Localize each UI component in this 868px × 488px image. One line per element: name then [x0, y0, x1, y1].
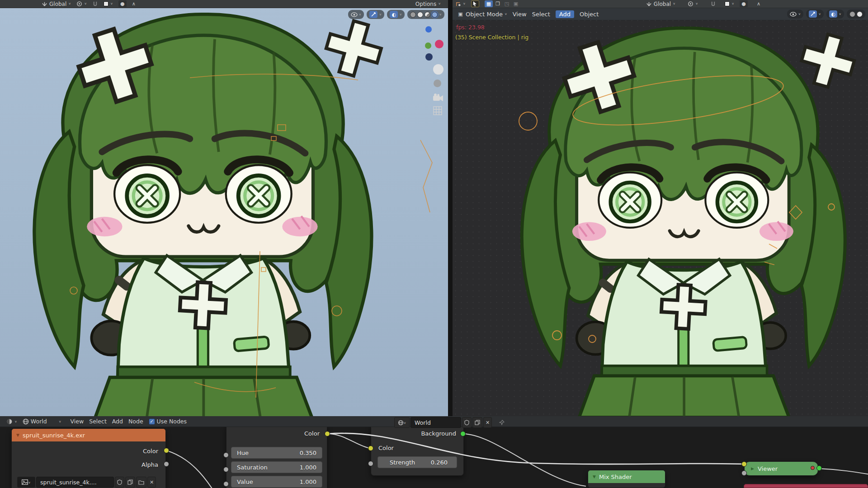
editor-type-dropdown[interactable]: ∨	[453, 0, 468, 8]
object-visibility-dropdown[interactable]: ∨	[787, 9, 803, 19]
viewer-alpha-input-socket[interactable]	[741, 470, 747, 476]
snap-with-dropdown[interactable]: ∨	[101, 0, 116, 8]
viewport-left[interactable]: Global ∨ ∨ ∨ ● ∧	[0, 0, 448, 416]
toolbar-icon-1[interactable]: ▦	[485, 0, 493, 7]
shading-wireframe-icon[interactable]	[410, 12, 416, 18]
snap-with-dropdown[interactable]: ∨	[722, 0, 737, 8]
proportional-editing-toggle[interactable]: ●	[116, 0, 129, 8]
proportional-falloff-dropdown[interactable]: ∧	[129, 0, 138, 8]
nav-gizmo-axis-neg[interactable]	[425, 53, 433, 61]
menu-view[interactable]: View	[510, 8, 529, 20]
unlink-datablock-button[interactable]: ✕	[483, 417, 492, 428]
use-nodes-toggle[interactable]: ✓ Use Nodes	[146, 416, 189, 427]
menu-add[interactable]: Add	[109, 416, 126, 427]
shading-material-icon[interactable]	[425, 12, 430, 18]
new-datablock-button[interactable]	[472, 417, 482, 428]
shader-editor-icon	[6, 418, 13, 425]
hsv-input-socket[interactable]	[223, 452, 229, 458]
close-icon: ✕	[486, 420, 490, 426]
gizmos-dropdown[interactable]: ∨	[367, 10, 384, 19]
menu-object[interactable]: Object	[577, 8, 601, 20]
viewer-image-input-socket[interactable]	[741, 461, 747, 467]
zoom-tool-icon[interactable]	[434, 80, 441, 87]
viewport-right[interactable]: ∨ ▦ ❐ ◳ ▣ Global ∨	[453, 0, 868, 416]
menu-add[interactable]: Add	[553, 8, 577, 20]
viewport-divider[interactable]	[448, 0, 453, 416]
overlays-dropdown[interactable]: ◐ ∨	[826, 9, 844, 19]
chevron-down-icon: ∨	[379, 13, 382, 16]
nav-gizmo-axis-x[interactable]	[435, 40, 443, 48]
menu-select[interactable]: Select	[86, 416, 109, 427]
image-color-output-socket[interactable]	[164, 448, 169, 453]
pivot-point-dropdown[interactable]: ∨	[685, 0, 701, 8]
shading-mode-group[interactable]	[847, 9, 865, 19]
hsv-input-socket[interactable]	[223, 467, 229, 472]
menu-select[interactable]: Select	[529, 8, 553, 20]
shading-solid-icon[interactable]	[417, 12, 423, 18]
transform-orientation-dropdown[interactable]: Global ∨	[643, 0, 678, 8]
background-color-input-socket[interactable]	[368, 446, 373, 451]
editor-type-dropdown[interactable]: ∨	[4, 416, 20, 427]
pivot-point-dropdown[interactable]: ∨	[74, 0, 90, 8]
viewer-error-dot	[811, 466, 815, 470]
visibility-eye-icon	[351, 12, 358, 17]
shader-node-editor[interactable]: ∨ World ∨ View Select Add Node ✓ Use Nod…	[0, 416, 868, 488]
mode-dropdown[interactable]: ▣ Object Mode ∨	[454, 8, 510, 20]
menu-label: Add	[112, 418, 123, 425]
overlays-dropdown[interactable]: ◐ ∨	[387, 10, 405, 19]
snap-toggle-button[interactable]	[90, 0, 101, 8]
background-output-socket[interactable]	[460, 431, 466, 436]
fake-user-button[interactable]	[462, 417, 472, 428]
menu-label: View	[513, 11, 527, 18]
camera-view-icon[interactable]	[432, 93, 444, 102]
world-datablock-selector: ∨ World ✕	[394, 417, 506, 428]
object-visibility-dropdown[interactable]: ∨	[348, 10, 364, 19]
menu-label: Select	[89, 418, 107, 425]
overlays-icon: ◐	[390, 11, 398, 18]
toolbar-icon-4[interactable]: ▣	[512, 0, 520, 7]
snap-toggle-button[interactable]	[708, 0, 719, 8]
nav-gizmo-axis-z[interactable]	[425, 26, 432, 33]
active-tool-button[interactable]	[468, 0, 482, 8]
proportional-editing-icon: ●	[118, 0, 127, 7]
menu-node[interactable]: Node	[126, 416, 146, 427]
snap-target-swatch	[104, 1, 108, 6]
proportional-editing-icon: ●	[740, 0, 748, 7]
world-datablock-dropdown[interactable]: ∨	[394, 417, 410, 428]
viewport-left-overlay-controls: ∨ ∨ ◐ ∨ ∨	[348, 10, 444, 19]
node-canvas[interactable]: ▼ spruit_sunrise_4k.exr Color Alpha ∨ sp…	[0, 427, 868, 488]
nav-gizmo-axis-y[interactable]	[425, 42, 431, 49]
shading-solid-icon[interactable]	[857, 11, 863, 17]
hsv-color-output-socket[interactable]	[325, 431, 330, 436]
shader-type-label: World	[31, 418, 47, 425]
shader-type-dropdown[interactable]: World ∨	[20, 416, 64, 427]
pivot-point-icon	[688, 1, 693, 7]
shading-wireframe-icon[interactable]	[849, 11, 855, 17]
object-mode-icon: ▣	[457, 11, 464, 18]
proportional-falloff-dropdown[interactable]: ∧	[754, 0, 763, 8]
transform-orientation-dropdown[interactable]: Global ∨	[39, 0, 74, 8]
toolbar-icon-2[interactable]: ❐	[494, 0, 502, 7]
image-alpha-output-socket[interactable]	[164, 461, 169, 467]
character-render-right	[506, 12, 858, 416]
menu-view[interactable]: View	[68, 416, 87, 427]
pin-button[interactable]	[497, 417, 506, 428]
hsv-input-socket[interactable]	[223, 481, 229, 487]
pivot-point-icon	[76, 1, 82, 7]
composite-node-partial[interactable]	[744, 484, 868, 488]
background-strength-input-socket[interactable]	[368, 461, 373, 466]
toolbar-icon-3[interactable]: ◳	[503, 0, 511, 7]
viewer-output-socket[interactable]	[816, 465, 822, 471]
options-dropdown[interactable]: Options ∨	[413, 0, 443, 8]
proportional-editing-toggle[interactable]: ●	[737, 0, 750, 8]
shield-icon	[464, 420, 469, 425]
fps-overlay-text: fps: 23.98	[456, 24, 485, 31]
shading-rendered-icon[interactable]	[432, 12, 438, 18]
nav-gizmo-center[interactable]	[433, 64, 443, 75]
world-name-field[interactable]: World	[410, 417, 461, 428]
gizmos-dropdown[interactable]: ∨	[806, 9, 824, 19]
shading-mode-group[interactable]: ∨	[407, 10, 444, 19]
orientation-axes-icon	[646, 1, 652, 7]
perspective-grid-icon[interactable]	[433, 106, 443, 116]
chevron-down-icon: ∨	[59, 420, 61, 423]
